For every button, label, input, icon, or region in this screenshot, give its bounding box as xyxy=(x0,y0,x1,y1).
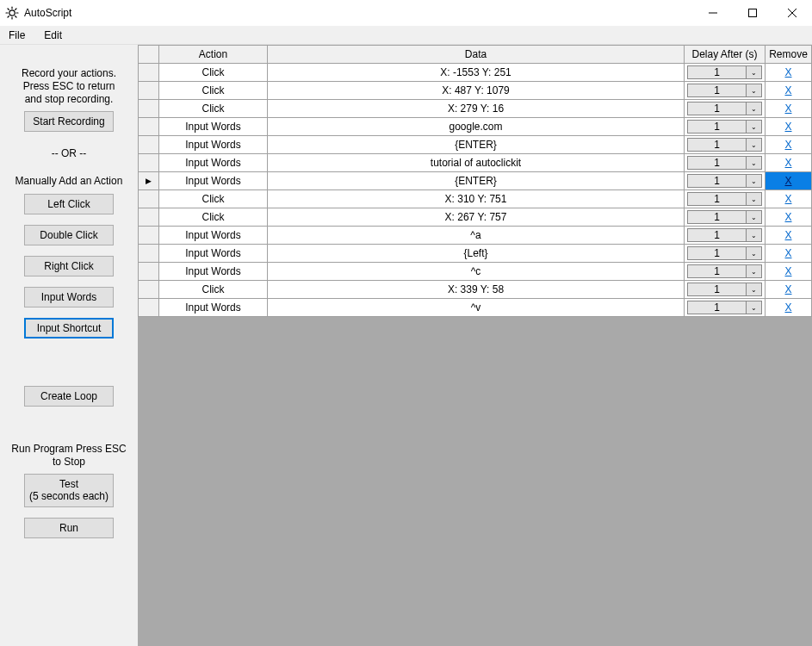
chevron-down-icon[interactable]: ⌄ xyxy=(747,283,762,296)
chevron-down-icon[interactable]: ⌄ xyxy=(747,174,762,188)
cell-delay[interactable]: 1⌄ xyxy=(685,172,766,190)
col-header-action[interactable]: Action xyxy=(159,46,268,64)
cell-action[interactable]: Click xyxy=(159,190,268,208)
cell-remove[interactable]: X xyxy=(766,118,812,136)
row-header[interactable] xyxy=(139,154,159,172)
chevron-down-icon[interactable]: ⌄ xyxy=(747,65,762,79)
table-row[interactable]: ClickX: 339 Y: 581⌄X xyxy=(139,281,812,299)
cell-remove[interactable]: X xyxy=(766,299,812,317)
cell-data[interactable]: X: 267 Y: 757 xyxy=(268,208,685,227)
cell-delay[interactable]: 1⌄ xyxy=(685,245,766,263)
close-button[interactable] xyxy=(772,0,812,26)
input-words-button[interactable]: Input Words xyxy=(24,287,114,307)
left-click-button[interactable]: Left Click xyxy=(24,194,114,214)
delay-value[interactable]: 1 xyxy=(687,65,747,79)
cell-delay[interactable]: 1⌄ xyxy=(685,64,766,82)
cell-remove[interactable]: X xyxy=(766,64,812,82)
maximize-button[interactable] xyxy=(733,0,772,26)
cell-action[interactable]: Input Words xyxy=(159,299,268,317)
cell-action[interactable]: Click xyxy=(159,82,268,100)
cell-data[interactable]: ^a xyxy=(268,227,685,245)
remove-link[interactable]: X xyxy=(784,229,791,241)
cell-remove[interactable]: X xyxy=(766,281,812,299)
remove-link[interactable]: X xyxy=(784,265,791,277)
remove-link[interactable]: X xyxy=(784,66,791,78)
cell-delay[interactable]: 1⌄ xyxy=(685,82,766,100)
cell-data[interactable]: X: 339 Y: 58 xyxy=(268,281,685,299)
delay-value[interactable]: 1 xyxy=(687,84,747,97)
chevron-down-icon[interactable]: ⌄ xyxy=(747,156,762,170)
cell-delay[interactable]: 1⌄ xyxy=(685,281,766,299)
actions-grid[interactable]: Action Data Delay After (s) Remove Click… xyxy=(138,45,812,317)
cell-delay[interactable]: 1⌄ xyxy=(685,190,766,208)
cell-remove[interactable]: X xyxy=(766,172,812,190)
menu-edit[interactable]: Edit xyxy=(44,29,62,41)
delay-value[interactable]: 1 xyxy=(687,228,747,242)
cell-action[interactable]: Click xyxy=(159,208,268,227)
cell-data[interactable]: ^c xyxy=(268,263,685,281)
col-header-data[interactable]: Data xyxy=(268,46,685,64)
table-row[interactable]: Input Wordsgoogle.com1⌄X xyxy=(139,118,812,136)
cell-remove[interactable]: X xyxy=(766,190,812,208)
cell-remove[interactable]: X xyxy=(766,227,812,245)
remove-link[interactable]: X xyxy=(784,301,791,314)
chevron-down-icon[interactable]: ⌄ xyxy=(747,120,762,134)
remove-link[interactable]: X xyxy=(784,193,791,205)
cell-remove[interactable]: X xyxy=(766,100,812,118)
delay-value[interactable]: 1 xyxy=(687,138,747,152)
row-header[interactable] xyxy=(139,136,159,154)
remove-link[interactable]: X xyxy=(784,175,791,187)
row-header[interactable] xyxy=(139,100,159,118)
start-recording-button[interactable]: Start Recording xyxy=(24,111,114,132)
delay-value[interactable]: 1 xyxy=(687,210,747,224)
cell-delay[interactable]: 1⌄ xyxy=(685,227,766,245)
cell-remove[interactable]: X xyxy=(766,245,812,263)
double-click-button[interactable]: Double Click xyxy=(24,225,114,245)
row-header[interactable] xyxy=(139,263,159,281)
remove-link[interactable]: X xyxy=(784,247,791,259)
remove-link[interactable]: X xyxy=(784,283,791,295)
table-row[interactable]: Input Words{Left}1⌄X xyxy=(139,245,812,263)
cell-delay[interactable]: 1⌄ xyxy=(685,299,766,317)
table-row[interactable]: ClickX: 487 Y: 10791⌄X xyxy=(139,82,812,100)
delay-value[interactable]: 1 xyxy=(687,264,747,278)
delay-value[interactable]: 1 xyxy=(687,156,747,170)
col-header-delay[interactable]: Delay After (s) xyxy=(685,46,766,64)
table-row[interactable]: Input Words{ENTER}1⌄X xyxy=(139,172,812,190)
table-row[interactable]: Input Words^c1⌄X xyxy=(139,263,812,281)
row-header[interactable] xyxy=(139,227,159,245)
cell-action[interactable]: Input Words xyxy=(159,245,268,263)
col-header-remove[interactable]: Remove xyxy=(766,46,812,64)
cell-remove[interactable]: X xyxy=(766,208,812,227)
remove-link[interactable]: X xyxy=(784,211,791,223)
cell-data[interactable]: {ENTER} xyxy=(268,172,685,190)
input-shortcut-button[interactable]: Input Shortcut xyxy=(24,318,114,339)
table-row[interactable]: ClickX: 267 Y: 7571⌄X xyxy=(139,208,812,227)
delay-value[interactable]: 1 xyxy=(687,246,747,260)
delay-value[interactable]: 1 xyxy=(687,283,747,296)
right-click-button[interactable]: Right Click xyxy=(24,256,114,276)
cell-data[interactable]: ^v xyxy=(268,299,685,317)
cell-delay[interactable]: 1⌄ xyxy=(685,208,766,227)
remove-link[interactable]: X xyxy=(784,121,791,133)
menu-file[interactable]: File xyxy=(9,29,25,41)
row-header[interactable] xyxy=(139,118,159,136)
row-header[interactable] xyxy=(139,245,159,263)
cell-delay[interactable]: 1⌄ xyxy=(685,263,766,281)
row-header[interactable] xyxy=(139,172,159,190)
table-row[interactable]: Input Words^a1⌄X xyxy=(139,227,812,245)
cell-data[interactable]: {ENTER} xyxy=(268,136,685,154)
cell-action[interactable]: Input Words xyxy=(159,154,268,172)
row-header[interactable] xyxy=(139,82,159,100)
chevron-down-icon[interactable]: ⌄ xyxy=(747,210,762,224)
cell-action[interactable]: Click xyxy=(159,64,268,82)
create-loop-button[interactable]: Create Loop xyxy=(24,386,114,407)
remove-link[interactable]: X xyxy=(784,157,791,169)
cell-delay[interactable]: 1⌄ xyxy=(685,154,766,172)
cell-remove[interactable]: X xyxy=(766,82,812,100)
cell-delay[interactable]: 1⌄ xyxy=(685,136,766,154)
chevron-down-icon[interactable]: ⌄ xyxy=(747,102,762,115)
cell-remove[interactable]: X xyxy=(766,263,812,281)
cell-action[interactable]: Click xyxy=(159,281,268,299)
row-header[interactable] xyxy=(139,190,159,208)
